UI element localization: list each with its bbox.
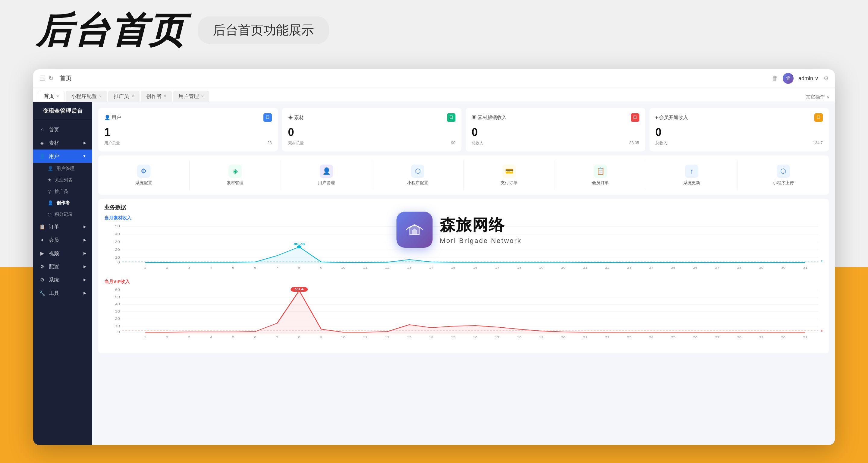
logo-text-block: 森旅网络 Mori Brigade Network — [440, 215, 522, 245]
stats-row: 👤 用户 日 1 用户总量 23 ◈ 素材 日 0 — [98, 108, 829, 151]
tab-usermgr-close[interactable]: × — [201, 94, 204, 99]
stat-icon-member-income: 日 — [814, 113, 823, 122]
qa-sys-config[interactable]: ⚙ 系统配置 — [98, 160, 190, 190]
stat-title-material: ◈ 素材 — [288, 115, 304, 121]
sidebar-item-tools[interactable]: 🔧 工具 ▶ — [33, 286, 92, 300]
qa-user-mgr[interactable]: 👤 用户管理 — [281, 160, 372, 190]
stat-card-member-income: ♦ 会员开通收入 日 0 总收入 134.7 — [650, 108, 829, 151]
stat-header-users: 👤 用户 日 — [104, 113, 272, 122]
svg-text:26: 26 — [693, 266, 698, 269]
config-icon: ⚙ — [39, 264, 45, 270]
svg-text:9: 9 — [320, 336, 322, 339]
qa-sys-update[interactable]: ↑ 系统更新 — [646, 160, 738, 190]
follow-label: 关注列表 — [55, 177, 73, 183]
svg-text:3: 3 — [188, 336, 190, 339]
refresh-icon[interactable]: ↻ — [48, 74, 54, 82]
tab-creator[interactable]: 创作者 × — [141, 91, 172, 101]
sidebar-item-user[interactable]: 👤 用户 ▼ — [33, 150, 92, 163]
svg-text:23: 23 — [627, 266, 631, 269]
qa-miniapp-upload[interactable]: ⬡ 小程序上传 — [738, 160, 829, 190]
other-ops-button[interactable]: 其它操作 ∨ — [806, 94, 830, 101]
member-arrow: ▶ — [84, 238, 86, 242]
delete-icon[interactable]: 🗑 — [772, 75, 778, 82]
sidebar-material-label: 素材 — [49, 140, 59, 147]
sidebar-item-follow[interactable]: ★ 关注列表 — [33, 174, 92, 186]
svg-text:20: 20 — [561, 336, 565, 339]
sidebar-item-promoter[interactable]: ◎ 推广员 — [33, 186, 92, 197]
sidebar-item-material[interactable]: ◈ 素材 ▶ — [33, 136, 92, 150]
tab-home-close[interactable]: × — [56, 94, 59, 99]
svg-text:22: 22 — [605, 266, 610, 269]
stat-card-users: 👤 用户 日 1 用户总量 23 — [98, 108, 278, 151]
menu-icon[interactable]: ☰ — [39, 74, 45, 82]
sidebar-item-system[interactable]: ⚙ 系统 ▶ — [33, 273, 92, 286]
topbar-right: 🗑 管 admin ∨ ⚙ — [772, 73, 829, 84]
svg-text:50: 50 — [115, 224, 120, 228]
qa-material-mgr[interactable]: ◈ 素材管理 — [190, 160, 281, 190]
svg-text:50: 50 — [115, 296, 120, 299]
qa-miniapp-upload-label: 小程序上传 — [773, 180, 794, 186]
tab-promoter[interactable]: 推广员 × — [108, 91, 139, 101]
svg-text:17: 17 — [495, 266, 499, 269]
stat-footer-users: 用户总量 23 — [104, 141, 272, 146]
svg-marker-64 — [145, 290, 805, 334]
tab-miniapp-close[interactable]: × — [99, 94, 101, 99]
company-logo-icon — [396, 212, 433, 248]
tab-miniapp[interactable]: 小程序配置 × — [66, 91, 107, 101]
svg-text:16: 16 — [473, 336, 477, 339]
sidebar-item-creator[interactable]: 👤 创作者 — [33, 197, 92, 209]
stat-num-users: 23 — [267, 141, 272, 146]
svg-text:3.2: 3.2 — [821, 329, 823, 332]
sidebar-item-video[interactable]: ▶ 视频 ▶ — [33, 247, 92, 260]
svg-text:40: 40 — [115, 303, 120, 306]
tab-creator-close[interactable]: × — [164, 94, 166, 99]
svg-text:10: 10 — [341, 336, 345, 339]
promoter-label: 推广员 — [55, 189, 68, 194]
page-subtitle: 后台首页功能展示 — [198, 16, 329, 44]
svg-text:19: 19 — [539, 336, 544, 339]
stat-icon-material: 日 — [447, 113, 456, 122]
svg-text:24: 24 — [649, 336, 654, 339]
creator-icon: 👤 — [48, 200, 53, 206]
svg-text:2: 2 — [166, 266, 168, 269]
qa-member-order[interactable]: 📋 会员订单 — [555, 160, 646, 190]
svg-text:15: 15 — [451, 266, 456, 269]
svg-text:40: 40 — [115, 233, 120, 236]
qa-pay-order[interactable]: 💳 支付订单 — [464, 160, 555, 190]
sidebar-item-user-mgr[interactable]: 👤 用户管理 — [33, 163, 92, 174]
sidebar-item-config[interactable]: ⚙ 配置 ▶ — [33, 260, 92, 273]
svg-text:1: 1 — [144, 336, 146, 339]
svg-text:28: 28 — [737, 336, 741, 339]
settings-icon[interactable]: ⚙ — [824, 75, 829, 82]
tab-usermgr[interactable]: 用户管理 × — [173, 91, 209, 101]
logo-en: Mori Brigade Network — [440, 237, 522, 245]
promoter-icon: ◎ — [48, 189, 52, 194]
admin-label: admin ∨ — [798, 75, 818, 82]
tab-home[interactable]: 首页 × — [38, 91, 64, 101]
tab-promoter-close[interactable]: × — [131, 94, 134, 99]
stat-title-material-income: ▣ 素材解锁收入 — [472, 115, 507, 121]
svg-text:28: 28 — [737, 266, 741, 269]
svg-text:8: 8 — [298, 336, 300, 339]
svg-text:10: 10 — [115, 256, 120, 259]
video-arrow: ▶ — [84, 251, 86, 255]
sidebar-item-member[interactable]: ♦ 会员 ▶ — [33, 233, 92, 247]
qa-sys-config-icon: ⚙ — [137, 164, 150, 178]
svg-text:18: 18 — [517, 266, 521, 269]
sidebar-item-home[interactable]: ⌂ 首页 — [33, 123, 92, 136]
svg-text:25: 25 — [671, 266, 675, 269]
svg-text:6: 6 — [254, 336, 256, 339]
svg-text:40.78: 40.78 — [293, 242, 305, 246]
svg-text:12: 12 — [385, 266, 390, 269]
tab-promoter-label: 推广员 — [114, 93, 129, 100]
qa-sys-config-label: 系统配置 — [135, 180, 152, 186]
svg-text:7: 7 — [276, 336, 278, 339]
qa-miniapp-config[interactable]: ⬡ 小程序配置 — [372, 160, 464, 190]
qa-sys-update-icon: ↑ — [685, 164, 698, 178]
user-icon: 👤 — [39, 153, 45, 159]
sidebar-nav: ⌂ 首页 ◈ 素材 ▶ 👤 用户 ▼ 👤 用户管理 — [33, 120, 92, 445]
sidebar-item-points[interactable]: ◌ 积分记录 — [33, 209, 92, 220]
topbar-icons: ☰ ↻ — [39, 74, 54, 82]
sidebar-item-order[interactable]: 📋 订单 ▶ — [33, 220, 92, 233]
svg-text:23: 23 — [627, 336, 631, 339]
